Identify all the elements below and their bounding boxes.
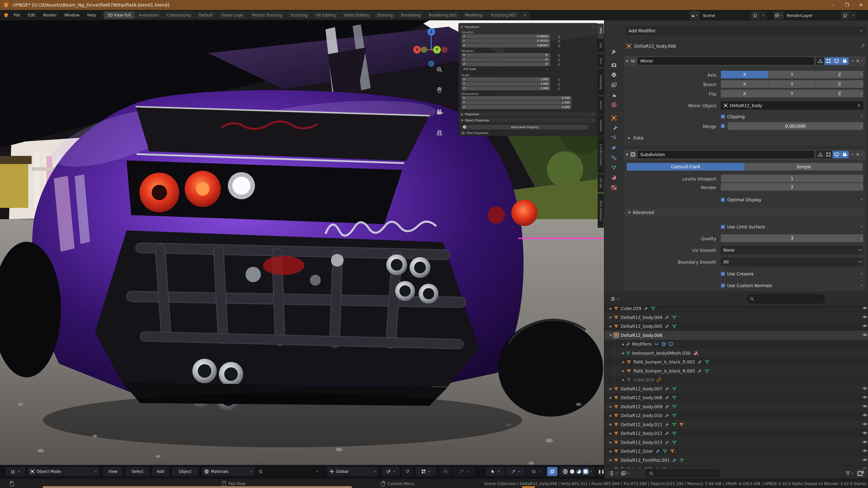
- add-menu[interactable]: Add: [152, 467, 169, 476]
- outliner-row[interactable]: ▶flat6_bumper_b_black_R.002: [604, 357, 868, 366]
- mirror-editmode-toggle[interactable]: [825, 57, 833, 65]
- npanel-scale-x-lock[interactable]: [558, 78, 561, 81]
- optimal-display-checkbox[interactable]: ✓: [721, 198, 725, 202]
- use-limit-surface-checkbox[interactable]: ✓: [721, 225, 725, 229]
- properties-drag-handle[interactable]: ⠿: [592, 113, 594, 116]
- properties-tab-object[interactable]: [608, 113, 620, 123]
- mirror-flip-x[interactable]: X: [721, 90, 768, 97]
- mirror-delete-button[interactable]: ✕: [856, 58, 860, 64]
- orientation-dropdown[interactable]: Global: [327, 467, 379, 476]
- zoom-view-button[interactable]: [435, 65, 444, 74]
- pin-icon[interactable]: [860, 43, 865, 48]
- workspace-tab-motion-tracking[interactable]: Motion Tracking: [248, 11, 286, 19]
- transform-drag-handle[interactable]: ⠿: [592, 26, 594, 28]
- use-custom-normals-checkbox[interactable]: ✓: [721, 284, 725, 288]
- workspace-tab-game-logic[interactable]: Game Logic: [217, 11, 248, 19]
- uv-smooth-dropdown[interactable]: None: [721, 246, 863, 254]
- sidebar-tab-extended-tools[interactable]: Extended Tools: [598, 193, 604, 228]
- mirror-extras-dropdown-icon[interactable]: [851, 59, 854, 63]
- menu-file[interactable]: File: [10, 10, 24, 20]
- filter-properties-checkbox[interactable]: [462, 131, 465, 134]
- mirror-object-clear-icon[interactable]: ✕: [857, 103, 861, 108]
- pan-view-button[interactable]: [435, 86, 444, 94]
- menu-window[interactable]: Window: [61, 10, 84, 20]
- properties-tab-modifier[interactable]: [608, 123, 623, 132]
- menu-edit[interactable]: Edit: [24, 10, 39, 20]
- subdivision-drag-handle[interactable]: ⠿: [862, 153, 863, 156]
- npanel-location-z-field[interactable]: Z0.80307: [462, 43, 550, 47]
- merge-checkbox[interactable]: ✓: [721, 124, 725, 128]
- properties-tab-view-layer[interactable]: [608, 80, 620, 90]
- gizmo-z-axis[interactable]: Z: [428, 28, 435, 36]
- properties-tab-scene[interactable]: [608, 90, 620, 99]
- shading-solid-button[interactable]: [569, 468, 575, 475]
- visibility-toggle[interactable]: [862, 457, 868, 463]
- visibility-toggle[interactable]: [862, 386, 868, 392]
- materials-dropdown[interactable]: Materials: [202, 467, 255, 476]
- row-disclosure-icon[interactable]: ▶: [609, 387, 613, 390]
- workspace-tab-rendering[interactable]: Rendering: [397, 11, 425, 19]
- row-disclosure-icon[interactable]: ▶: [609, 307, 613, 310]
- camera-view-button[interactable]: [435, 107, 444, 117]
- row-disclosure-icon[interactable]: ▶: [621, 378, 626, 382]
- outliner-row[interactable]: ▶DeltaR12_body.004: [604, 313, 868, 322]
- sidebar-tab-blenderkit[interactable]: BlenderKit: [598, 69, 604, 95]
- merge-value-field[interactable]: 0.001000: [727, 122, 863, 130]
- sidebar-tab-create[interactable]: Create: [598, 96, 604, 114]
- shading-material-button[interactable]: [576, 468, 582, 475]
- minimize-button[interactable]: –: [826, 0, 840, 10]
- visibility-toggle[interactable]: [862, 439, 868, 446]
- npanel-rotation-z-field[interactable]: Z0°: [462, 62, 550, 66]
- outliner-row[interactable]: ▶DeltaR12_Door3: [604, 447, 868, 456]
- mirror-bisect-y[interactable]: Y: [768, 80, 815, 88]
- npanel-dimensions-x-field[interactable]: X0.794: [462, 96, 571, 100]
- simple-button[interactable]: Simple: [745, 163, 863, 170]
- outliner-filter-dropdown[interactable]: [845, 471, 854, 476]
- row-disclosure-icon[interactable]: ▶: [609, 325, 613, 328]
- snap-settings-dropdown[interactable]: [415, 467, 436, 476]
- npanel-scale-y-field[interactable]: Y1.000: [462, 82, 550, 86]
- npanel-scale-z-lock[interactable]: [558, 87, 561, 90]
- npanel-scale-z-field[interactable]: Z1.000: [462, 86, 550, 90]
- subdivision-oncage-toggle[interactable]: [816, 151, 825, 158]
- render-layer-name[interactable]: RenderLayer: [784, 11, 841, 20]
- mirror-drag-handle[interactable]: ⠿: [862, 60, 863, 62]
- visibility-toggle[interactable]: [862, 332, 868, 338]
- visibility-toggle[interactable]: [862, 466, 868, 468]
- add-workspace-button[interactable]: +: [521, 11, 529, 19]
- workspace-tab-scripting-001[interactable]: Scripting.001: [487, 11, 520, 19]
- overlays-dropdown[interactable]: [527, 467, 545, 476]
- outliner-row[interactable]: ▶flat6_bumper_b_black_R.005: [604, 366, 868, 376]
- npanel-rotation-y-field[interactable]: Y0°: [462, 58, 550, 62]
- xray-toggle[interactable]: [547, 467, 557, 476]
- mirror-render-toggle[interactable]: [841, 57, 849, 65]
- outliner-row[interactable]: ▶flat6_body.002: [604, 464, 868, 468]
- outliner-row[interactable]: ▶Modifiers: [604, 339, 868, 349]
- outliner-row[interactable]: ▶DeltaR12_FontPlat.001: [604, 456, 868, 465]
- mirror-bisect-z[interactable]: Z: [816, 80, 863, 88]
- mirror-name-field[interactable]: Mirror: [638, 57, 814, 65]
- object-properties-drag-handle[interactable]: ⠿: [592, 119, 594, 122]
- subdivision-realtime-toggle[interactable]: [833, 151, 841, 158]
- subdivision-extras-dropdown-icon[interactable]: [851, 153, 854, 156]
- outliner-row[interactable]: ▶DeltaR12_body.013: [604, 438, 868, 447]
- workspace-tab-3d-view-full[interactable]: 3D View Full: [103, 11, 135, 19]
- outliner-row[interactable]: ▶DeltaR12_body.011: [604, 420, 868, 429]
- object-menu[interactable]: Object: [172, 467, 198, 476]
- sidebar-tab-item[interactable]: Item: [598, 24, 604, 37]
- npanel-rotation-z-lock[interactable]: [558, 63, 561, 66]
- npanel-location-y-lock[interactable]: [558, 39, 561, 43]
- workspace-tab-rendering-001[interactable]: Rendering.001: [425, 11, 461, 19]
- npanel-dimensions-z-field[interactable]: Z0.269: [462, 105, 571, 109]
- add-modifier-dropdown[interactable]: Add Modifier: [626, 27, 865, 35]
- gizmo-z-neg-axis[interactable]: [428, 61, 434, 67]
- mirror-object-field[interactable]: DeltaR12_body ✕: [721, 101, 863, 109]
- snap-toggle[interactable]: [401, 467, 414, 476]
- row-disclosure-icon[interactable]: ▼: [609, 333, 613, 337]
- clipping-checkbox[interactable]: ✓: [721, 115, 725, 119]
- mirror-flip-y[interactable]: Y: [768, 90, 815, 97]
- outliner-editor-type-button[interactable]: [609, 470, 618, 476]
- npanel-location-x-lock[interactable]: [558, 35, 561, 38]
- row-disclosure-icon[interactable]: ▶: [609, 316, 613, 319]
- mirror-flip-z[interactable]: Z: [816, 90, 863, 97]
